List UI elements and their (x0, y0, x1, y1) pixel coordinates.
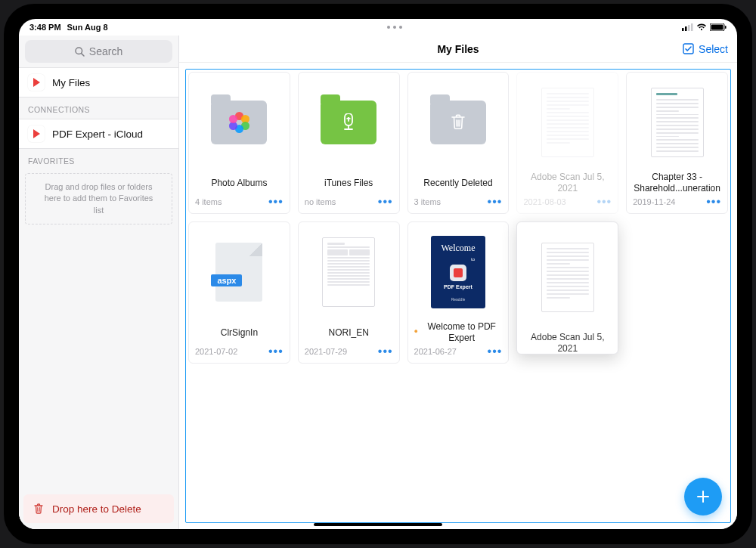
file-tile[interactable]: aspx ClrSignIn 2021-07-02 ••• (188, 221, 290, 364)
file-thumbnail: aspx (189, 222, 290, 322)
status-bar: 3:48 PM Sun Aug 8 (19, 19, 737, 36)
favorites-dropzone[interactable]: Drag and drop files or folders here to a… (25, 173, 172, 224)
file-thumbnail (627, 73, 727, 172)
file-meta: 2019-11-24 (633, 197, 675, 206)
file-thumbnail (517, 222, 618, 332)
file-meta: 2021-08-03 (523, 197, 565, 206)
svg-rect-2 (688, 25, 690, 31)
file-tile[interactable]: Chapter 33 - Sharehold...uneration 2019-… (626, 72, 728, 214)
home-indicator[interactable] (314, 523, 442, 526)
file-thumbnail (299, 73, 399, 172)
file-tile[interactable]: Recently Deleted 3 items ••• (407, 72, 510, 214)
file-meta: 3 items (414, 197, 441, 206)
page-title: My Files (437, 43, 479, 55)
select-label: Select (699, 43, 728, 55)
file-name: Adobe Scan Jul 5, 2021 (517, 332, 618, 354)
sidebar-section-connections: CONNECTIONS (19, 98, 178, 119)
main-panel: My Files Select Photo Albums 4 items ••• (179, 36, 737, 529)
pdf-expert-app-icon (28, 125, 45, 142)
search-placeholder: Search (89, 45, 122, 57)
status-date: Sun Aug 8 (67, 23, 108, 32)
ipad-frame: 3:48 PM Sun Aug 8 (4, 4, 752, 544)
file-name: Welcome to PDF Expert (408, 321, 509, 343)
file-meta: 2021-06-27 (414, 347, 457, 356)
sidebar-section-favorites: FAVORITES (19, 149, 178, 170)
trash-icon (33, 503, 45, 515)
content-area[interactable]: Photo Albums 4 items ••• iTunes Files no… (179, 63, 737, 529)
file-grid: Photo Albums 4 items ••• iTunes Files no… (187, 70, 730, 365)
sidebar-item-label: PDF Expert - iCloud (52, 128, 143, 140)
status-time: 3:48 PM (29, 23, 61, 32)
delete-dropzone[interactable]: Drop here to Delete (23, 494, 174, 523)
multitask-dots[interactable] (108, 26, 682, 29)
delete-label: Drop here to Delete (52, 503, 141, 515)
file-meta: 2021-07-29 (305, 347, 347, 356)
file-thumbnail (299, 222, 399, 322)
plus-icon (694, 488, 712, 506)
file-tile[interactable]: Photo Albums 4 items ••• (188, 72, 290, 214)
select-button[interactable]: Select (683, 43, 728, 55)
file-tile[interactable]: NORI_EN 2021-07-29 ••• (298, 221, 400, 364)
svg-rect-1 (685, 26, 687, 31)
sidebar: Search My Files CONNECTIONS PDF Expert -… (19, 36, 179, 529)
file-thumbnail (517, 73, 618, 172)
search-icon (75, 47, 85, 57)
sidebar-item-icloud[interactable]: PDF Expert - iCloud (19, 119, 178, 149)
file-thumbnail (408, 73, 509, 172)
file-meta: 4 items (195, 197, 222, 206)
topbar: My Files Select (179, 36, 737, 63)
svg-rect-5 (711, 25, 723, 30)
screen: 3:48 PM Sun Aug 8 (19, 19, 737, 529)
svg-rect-3 (691, 23, 693, 31)
search-input[interactable]: Search (25, 40, 172, 63)
file-thumbnail: WelcometoPDF ExpertReaddle (408, 222, 509, 321)
checkbox-icon (683, 43, 694, 54)
file-meta: 2021-07-02 (195, 347, 237, 356)
sidebar-item-my-files[interactable]: My Files (19, 67, 178, 98)
svg-line-8 (81, 53, 83, 55)
svg-rect-6 (725, 26, 727, 29)
file-tile[interactable]: iTunes Files no items ••• (298, 72, 400, 214)
file-tile[interactable]: Adobe Scan Jul 5, 2021 2021-08-03 ••• (516, 221, 618, 354)
file-name: iTunes Files (299, 172, 399, 194)
file-name: ClrSignIn (189, 322, 290, 343)
add-button[interactable] (684, 478, 722, 515)
file-name: Recently Deleted (408, 172, 509, 194)
battery-icon (710, 23, 727, 31)
sidebar-item-label: My Files (52, 77, 90, 88)
file-name: Chapter 33 - Sharehold...uneration (627, 172, 727, 194)
file-meta: no items (305, 197, 336, 206)
file-name: NORI_EN (299, 322, 399, 343)
wifi-icon (696, 23, 707, 31)
file-name: Photo Albums (189, 172, 290, 194)
file-tile[interactable]: WelcometoPDF ExpertReaddle Welcome to PD… (407, 221, 510, 364)
svg-rect-0 (682, 28, 684, 31)
file-tile[interactable]: Adobe Scan Jul 5, 2021 2021-08-03 ••• (516, 72, 618, 214)
file-thumbnail (189, 73, 290, 172)
cellular-icon (682, 23, 693, 31)
file-name: Adobe Scan Jul 5, 2021 (517, 172, 618, 194)
pdf-expert-app-icon (28, 74, 45, 91)
